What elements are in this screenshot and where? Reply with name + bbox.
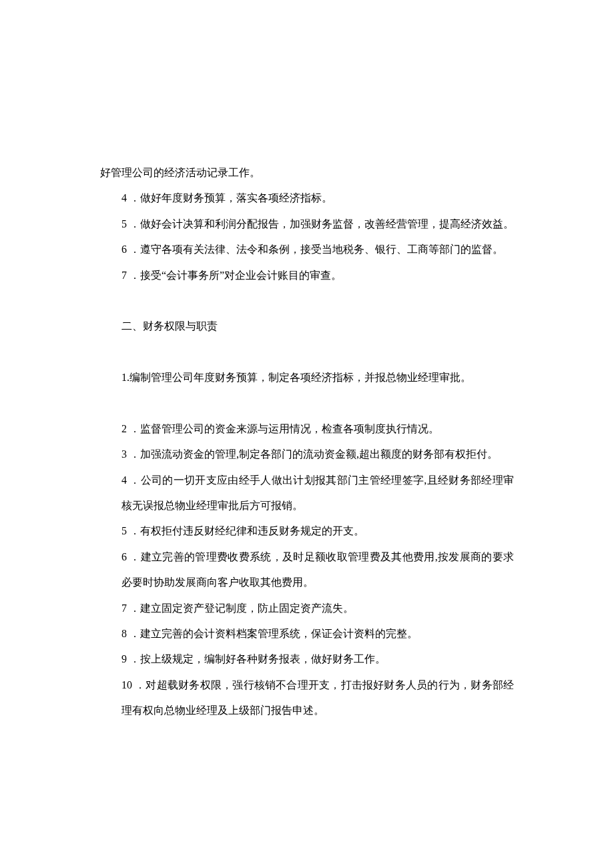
- list-item-2-7: 7 ．建立固定资产登记制度，防止固定资产流失。: [100, 596, 514, 621]
- paragraph-spacer: [100, 391, 514, 416]
- list-item-2-9: 9 ．按上级规定，编制好各种财务报表，做好财务工作。: [100, 646, 514, 672]
- list-item-2-1: 1.编制管理公司年度财务预算，制定各项经济指标，并报总物业经理审批。: [100, 365, 514, 390]
- list-item-2-5: 5 ．有权拒付违反财经纪律和违反财务规定的开支。: [100, 518, 514, 544]
- list-item-2-4: 4 ．公司的一切开支应由经手人做出计划报其部门主管经理签字,且经财务部经理审核无…: [100, 468, 514, 519]
- section-spacer: [100, 340, 514, 365]
- section-heading-2: 二、财务权限与职责: [100, 314, 514, 339]
- list-item-2-10: 10 ．对超载财务权限，强行核销不合理开支，打击报好财务人员的行为，财务部经理有…: [100, 673, 514, 724]
- section-spacer: [100, 288, 514, 314]
- list-item-4: 4 ．做好年度财务预算，落实各项经济指标。: [100, 185, 514, 211]
- paragraph-continuation: 好管理公司的经济活动记录工作。: [100, 160, 514, 185]
- list-item-6: 6 ．遵守各项有关法律、法令和条例，接受当地税务、银行、工商等部门的监督。: [100, 237, 514, 262]
- list-item-5: 5 ．做好会计决算和利润分配报告，加强财务监督，改善经营管理，提高经济效益。: [100, 211, 514, 237]
- list-item-2-6: 6 ．建立完善的管理费收费系统，及时足额收取管理费及其他费用,按发展商的要求必要…: [100, 544, 514, 596]
- list-item-2-3: 3 ．加强流动资金的管理,制定各部门的流动资金额,超出额度的财务部有权拒付。: [100, 442, 514, 467]
- list-item-2-2: 2 ．监督管理公司的资金来源与运用情况，检查各项制度执行情况。: [100, 416, 514, 442]
- document-body: 好管理公司的经济活动记录工作。 4 ．做好年度财务预算，落实各项经济指标。 5 …: [100, 160, 514, 724]
- list-item-2-8: 8 ．建立完善的会计资料档案管理系统，保证会计资料的完整。: [100, 621, 514, 646]
- list-item-7: 7 ．接受“会计事务所”对企业会计账目的审查。: [100, 263, 514, 288]
